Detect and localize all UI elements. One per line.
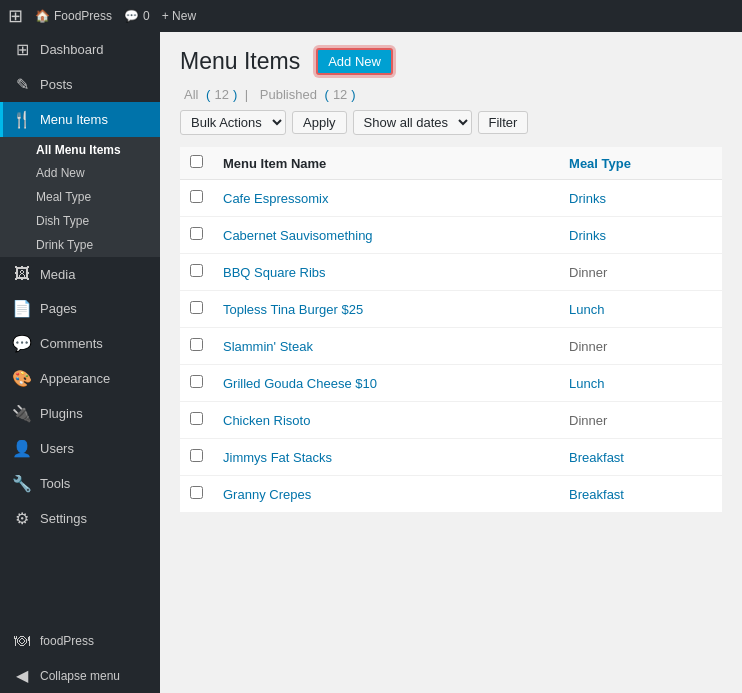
date-filter-select[interactable]: Show all dates [353, 110, 472, 135]
sidebar-item-pages[interactable]: 📄 Pages [0, 291, 160, 326]
item-name-cell: Granny Crepes [213, 476, 559, 513]
new-content-link[interactable]: + New [162, 9, 196, 23]
bulk-actions-select[interactable]: Bulk Actions [180, 110, 286, 135]
toolbar: Bulk Actions Apply Show all dates Filter [180, 110, 722, 135]
sidebar-item-users[interactable]: 👤 Users [0, 431, 160, 466]
submenu-header: All Menu Items [0, 137, 160, 161]
item-name-cell: Topless Tina Burger $25 [213, 291, 559, 328]
layout: ⊞ Dashboard ✎ Posts 🍴 Menu Items All Men… [0, 32, 742, 693]
sidebar-item-dashboard[interactable]: ⊞ Dashboard [0, 32, 160, 67]
row-checkbox-cell [180, 180, 213, 217]
sidebar-item-comments[interactable]: 💬 Comments [0, 326, 160, 361]
admin-bar: ⊞ 🏠 FoodPress 💬 0 + New [0, 0, 742, 32]
filter-button[interactable]: Filter [478, 111, 529, 134]
item-name-cell: Jimmys Fat Stacks [213, 439, 559, 476]
sidebar-item-plugins[interactable]: 🔌 Plugins [0, 396, 160, 431]
table-row: BBQ Square RibsDinner [180, 254, 722, 291]
apply-button[interactable]: Apply [292, 111, 347, 134]
sidebar-item-foodpress[interactable]: 🍽 foodPress [0, 624, 160, 658]
appearance-icon: 🎨 [12, 369, 32, 388]
row-checkbox[interactable] [190, 190, 203, 203]
sidebar-collapse[interactable]: ◀ Collapse menu [0, 658, 160, 693]
item-name-link[interactable]: Chicken Risoto [223, 413, 310, 428]
row-checkbox-cell [180, 217, 213, 254]
item-meal-type-cell: Lunch [559, 291, 722, 328]
item-name-link[interactable]: Cabernet Sauvisomething [223, 228, 373, 243]
item-name-cell: Slammin' Steak [213, 328, 559, 365]
submenu-drink-type[interactable]: Drink Type [0, 233, 160, 257]
row-checkbox[interactable] [190, 264, 203, 277]
table-row: Jimmys Fat StacksBreakfast [180, 439, 722, 476]
row-checkbox[interactable] [190, 227, 203, 240]
submenu-add-new[interactable]: Add New [0, 161, 160, 185]
table-row: Cabernet SauvisomethingDrinks [180, 217, 722, 254]
table-row: Slammin' SteakDinner [180, 328, 722, 365]
item-name-link[interactable]: Slammin' Steak [223, 339, 313, 354]
sidebar-item-posts[interactable]: ✎ Posts [0, 67, 160, 102]
add-new-button[interactable]: Add New [316, 48, 393, 75]
filter-separator: | [245, 87, 252, 102]
select-all-checkbox[interactable] [190, 155, 203, 168]
sidebar-bottom: 🍽 foodPress ◀ Collapse menu [0, 624, 160, 693]
collapse-icon: ◀ [12, 666, 32, 685]
sidebar: ⊞ Dashboard ✎ Posts 🍴 Menu Items All Men… [0, 32, 160, 693]
foodpress-icon: 🍽 [12, 632, 32, 650]
item-name-link[interactable]: Topless Tina Burger $25 [223, 302, 363, 317]
row-checkbox[interactable] [190, 449, 203, 462]
item-name-link[interactable]: BBQ Square Ribs [223, 265, 326, 280]
row-checkbox[interactable] [190, 301, 203, 314]
row-checkbox[interactable] [190, 338, 203, 351]
sidebar-item-tools[interactable]: 🔧 Tools [0, 466, 160, 501]
sidebar-item-menu-items[interactable]: 🍴 Menu Items [0, 102, 160, 137]
submenu-meal-type[interactable]: Meal Type [0, 185, 160, 209]
row-checkbox[interactable] [190, 412, 203, 425]
item-name-link[interactable]: Granny Crepes [223, 487, 311, 502]
submenu-dish-type[interactable]: Dish Type [0, 209, 160, 233]
meal-type-column-header: Meal Type [559, 147, 722, 180]
item-name-link[interactable]: Grilled Gouda Cheese $10 [223, 376, 377, 391]
row-checkbox[interactable] [190, 375, 203, 388]
select-all-header [180, 147, 213, 180]
table-row: Chicken RisotoDinner [180, 402, 722, 439]
item-name-cell: Cabernet Sauvisomething [213, 217, 559, 254]
item-name-link[interactable]: Jimmys Fat Stacks [223, 450, 332, 465]
published-filter-link[interactable]: Published (12) [256, 87, 356, 102]
item-meal-type-cell: Dinner [559, 402, 722, 439]
dashboard-icon: ⊞ [12, 40, 32, 59]
item-meal-type-cell: Lunch [559, 365, 722, 402]
all-filter-link[interactable]: All (12) [180, 87, 241, 102]
row-checkbox-cell [180, 291, 213, 328]
menu-items-submenu: All Menu Items Add New Meal Type Dish Ty… [0, 137, 160, 257]
item-meal-type-cell: Breakfast [559, 439, 722, 476]
row-checkbox-cell [180, 402, 213, 439]
row-checkbox-cell [180, 476, 213, 513]
comments-icon: 💬 [12, 334, 32, 353]
plugins-icon: 🔌 [12, 404, 32, 423]
users-icon: 👤 [12, 439, 32, 458]
row-checkbox-cell [180, 439, 213, 476]
item-name-link[interactable]: Cafe Espressomix [223, 191, 328, 206]
page-header: Menu Items Add New [180, 48, 722, 75]
item-meal-type-cell: Dinner [559, 328, 722, 365]
comments-link[interactable]: 💬 0 [124, 9, 150, 23]
pages-icon: 📄 [12, 299, 32, 318]
item-name-cell: Chicken Risoto [213, 402, 559, 439]
row-checkbox-cell [180, 254, 213, 291]
sidebar-item-media[interactable]: 🖼 Media [0, 257, 160, 291]
sidebar-item-settings[interactable]: ⚙ Settings [0, 501, 160, 536]
sidebar-item-appearance[interactable]: 🎨 Appearance [0, 361, 160, 396]
item-meal-type-cell: Breakfast [559, 476, 722, 513]
item-meal-type-cell: Dinner [559, 254, 722, 291]
wp-logo-icon[interactable]: ⊞ [8, 5, 23, 27]
name-column-header: Menu Item Name [213, 147, 559, 180]
filter-links: All (12) | Published (12) [180, 87, 722, 102]
row-checkbox[interactable] [190, 486, 203, 499]
menu-items-table: Menu Item Name Meal Type Cafe Espressomi… [180, 147, 722, 512]
item-meal-type-cell: Drinks [559, 180, 722, 217]
item-name-cell: BBQ Square Ribs [213, 254, 559, 291]
table-row: Granny CrepesBreakfast [180, 476, 722, 513]
posts-icon: ✎ [12, 75, 32, 94]
item-name-cell: Grilled Gouda Cheese $10 [213, 365, 559, 402]
site-name[interactable]: 🏠 FoodPress [35, 9, 112, 23]
item-meal-type-cell: Drinks [559, 217, 722, 254]
